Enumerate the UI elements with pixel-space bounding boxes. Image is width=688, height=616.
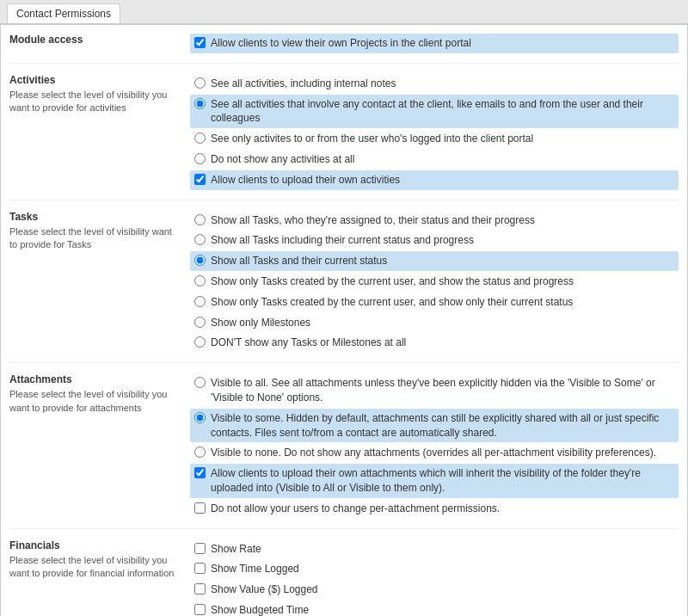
radio-input[interactable] [194, 234, 206, 245]
option-row: Visible to some. Hidden by default, atta… [190, 409, 679, 443]
checkbox-input[interactable] [194, 604, 206, 615]
option-row: Show all Tasks and their current status [190, 251, 679, 271]
activities-section: Activities Please select the level of vi… [9, 74, 679, 200]
financials-content: Show RateShow Time LoggedShow Value ($) … [190, 539, 679, 616]
option-row: Allow clients to upload their own attach… [190, 464, 679, 498]
radio-input[interactable] [194, 132, 206, 144]
option-label: Visible to all. See all attachments unle… [211, 376, 674, 405]
option-row: Show only Tasks created by the current u… [190, 272, 679, 292]
option-label: Do not show any activities at all [211, 152, 354, 167]
option-row: Show all Tasks, who they're assigned to,… [190, 211, 679, 231]
option-row: See only activites to or from the user w… [190, 129, 679, 149]
option-label: See all activities, including internal n… [211, 77, 396, 91]
checkbox-input[interactable] [194, 583, 206, 594]
tasks-section: Tasks Please select the level of visibil… [9, 211, 679, 364]
activities-label: Activities Please select the level of vi… [9, 74, 190, 191]
option-row: Show all Tasks including their current s… [190, 231, 679, 250]
option-row: Show Value ($) Logged [190, 580, 679, 600]
financials-section: Financials Please select the level of vi… [9, 539, 679, 616]
option-row: Show Rate [190, 539, 679, 559]
checkbox-input[interactable] [194, 174, 206, 185]
radio-input[interactable] [194, 447, 206, 458]
option-label: Show only Tasks created by the current u… [211, 295, 573, 310]
option-row: See all activities that involve any cont… [190, 95, 679, 129]
checkbox-input[interactable] [194, 37, 206, 48]
attachments-label: Attachments Please select the level of v… [9, 373, 190, 519]
financials-label: Financials Please select the level of vi… [9, 539, 190, 616]
option-label: Allow clients to view their own Projects… [211, 36, 471, 51]
option-row: Visible to none. Do not show any attachm… [190, 443, 679, 463]
option-label: DON'T show any Tasks or Milestones at al… [211, 336, 406, 350]
checkbox-input[interactable] [194, 563, 206, 574]
option-row: Allow clients to view their own Projects… [190, 34, 679, 53]
module-access-label: Module access [9, 34, 190, 54]
radio-input[interactable] [194, 412, 206, 423]
tasks-content: Show all Tasks, who they're assigned to,… [190, 211, 679, 354]
option-row: Show only Tasks created by the current u… [190, 293, 679, 312]
radio-input[interactable] [194, 275, 206, 286]
radio-input[interactable] [194, 255, 206, 266]
option-label: Visible to some. Hidden by default, atta… [211, 411, 674, 440]
option-row: Show Budgeted Time [190, 601, 679, 616]
option-label: Show Value ($) Logged [211, 582, 318, 597]
option-label: Allow clients to upload their own attach… [211, 466, 674, 496]
radio-input[interactable] [194, 377, 206, 388]
option-label: Show all Tasks and their current status [211, 254, 387, 268]
radio-input[interactable] [194, 77, 206, 89]
option-label: Visible to none. Do not show any attachm… [211, 446, 656, 460]
radio-input[interactable] [194, 296, 206, 307]
option-label: See only activites to or from the user w… [211, 132, 533, 146]
option-row: Show Time Logged [190, 559, 679, 579]
option-label: Show Rate [211, 542, 261, 557]
option-row: Visible to all. See all attachments unle… [190, 373, 679, 408]
option-label: Show only Milestones [211, 316, 310, 330]
module-access-content: Allow clients to view their own Projects… [190, 34, 679, 54]
radio-input[interactable] [194, 336, 206, 348]
option-label: See all activities that involve any cont… [211, 97, 674, 126]
option-label: Show only Tasks created by the current u… [211, 274, 574, 289]
contact-permissions-tab[interactable]: Contact Permissions [7, 3, 120, 23]
option-row: DON'T show any Tasks or Milestones at al… [190, 333, 679, 353]
option-label: Allow clients to upload their own activi… [211, 173, 400, 188]
attachments-content: Visible to all. See all attachments unle… [190, 373, 679, 519]
option-label: Show Budgeted Time [211, 603, 309, 616]
option-label: Show all Tasks including their current s… [211, 233, 474, 248]
radio-input[interactable] [194, 98, 206, 109]
option-row: Do not allow your users to change per-at… [190, 499, 679, 519]
option-label: Show all Tasks, who they're assigned to,… [211, 213, 535, 228]
option-row: Show only Milestones [190, 313, 679, 333]
option-row: Allow clients to upload their own activi… [190, 170, 679, 190]
option-row: See all activities, including internal n… [190, 74, 679, 94]
option-row: Do not show any activities at all [190, 150, 679, 169]
tasks-label: Tasks Please select the level of visibil… [9, 211, 190, 354]
radio-input[interactable] [194, 317, 206, 328]
radio-input[interactable] [194, 214, 206, 225]
checkbox-input[interactable] [194, 543, 206, 554]
checkbox-input[interactable] [194, 502, 206, 514]
attachments-section: Attachments Please select the level of v… [9, 373, 679, 528]
activities-content: See all activities, including internal n… [190, 74, 679, 191]
module-access-section: Module access Allow clients to view thei… [9, 34, 679, 64]
option-label: Do not allow your users to change per-at… [211, 502, 500, 516]
option-label: Show Time Logged [211, 562, 299, 576]
checkbox-input[interactable] [194, 467, 206, 478]
radio-input[interactable] [194, 153, 206, 164]
